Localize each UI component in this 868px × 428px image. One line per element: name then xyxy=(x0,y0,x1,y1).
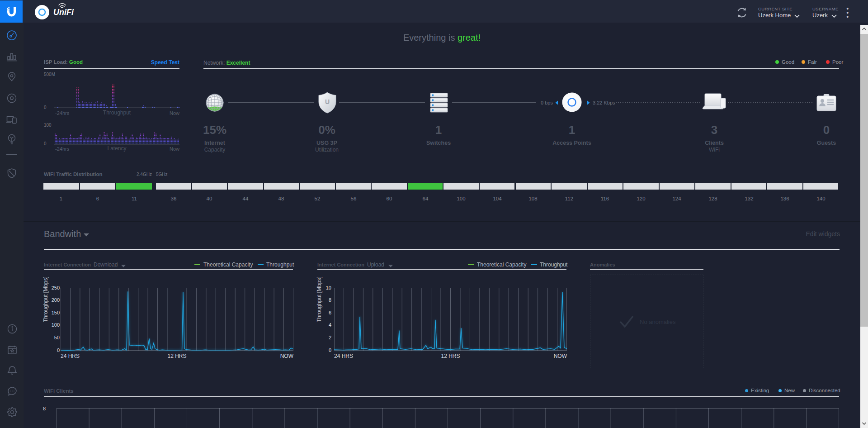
svg-text:U: U xyxy=(325,98,330,105)
